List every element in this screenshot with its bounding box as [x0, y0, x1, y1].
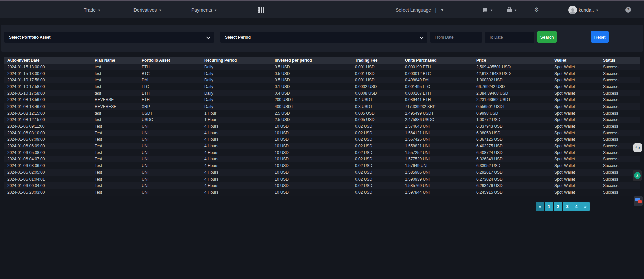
table-cell: 2024-01-06 07:09:00: [4, 137, 92, 142]
table-cell: 1.577529 UNI: [402, 157, 473, 161]
table-cell: Success: [600, 183, 640, 188]
to-date-field: [485, 32, 534, 43]
table-cell: 0.001495 LTC: [402, 84, 473, 89]
table-cell: Test: [92, 124, 139, 129]
nav-item-label: Trade: [84, 7, 96, 13]
nav-item-derivatives[interactable]: Derivatives ▼: [133, 1, 162, 18]
nav-item-trade[interactable]: Trade ▼: [84, 1, 101, 18]
table-cell: Test: [92, 163, 139, 168]
table-cell: 0.5 USD: [272, 78, 352, 82]
table-cell: 10 USD: [272, 183, 352, 188]
table-cell: test: [92, 71, 139, 76]
table-cell: Spot Wallet: [551, 170, 600, 175]
table-cell: ETH: [139, 91, 201, 96]
table-cell: 10 USD: [272, 157, 352, 161]
table-cell: 4 Hours: [201, 190, 272, 195]
auto-invest-history-page: Trade ▼ Derivatives ▼ Payments ▼ Select …: [0, 0, 644, 279]
table-cell: Test: [92, 144, 139, 148]
table-cell: Success: [600, 124, 640, 129]
account-menu[interactable]: kunda.. ▼: [568, 1, 599, 18]
pagination-prev-button[interactable]: «: [536, 202, 544, 211]
table-cell: test: [92, 111, 139, 116]
table-cell: UNI: [139, 144, 201, 148]
chatgpt-icon[interactable]: ✳: [633, 170, 642, 181]
pagination-next-button[interactable]: »: [581, 202, 590, 211]
book-menu[interactable]: ▼: [482, 1, 493, 18]
table-cell: 4 Hours: [201, 157, 272, 161]
column-header: Portfolio Asset: [139, 58, 201, 63]
table-cell: 717.339232 XRP: [402, 104, 473, 109]
table-cell: UNI: [139, 177, 201, 182]
table-cell: Spot Wallet: [551, 97, 600, 102]
from-date-input[interactable]: [430, 32, 482, 43]
table-cell: 0.005 USD: [352, 111, 402, 116]
pagination-page-3[interactable]: 3: [563, 202, 572, 211]
table-cell: 2024-01-10 17:58:00: [4, 84, 92, 89]
table-cell: 6.326349 USD: [473, 157, 551, 161]
table-row: 2024-01-08 12:15:00testUSDC1 Hour2.5 USD…: [4, 117, 640, 123]
table-cell: 2024-01-15 13:00:00: [4, 65, 92, 69]
table-cell: 4 Hours: [201, 170, 272, 175]
table-cell: Daily: [201, 71, 272, 76]
table-body: 2024-01-15 13:00:00testETHDaily0.5 USD0.…: [4, 64, 640, 196]
search-button[interactable]: Search: [537, 31, 557, 43]
table-cell: 6.293476 USD: [473, 183, 551, 188]
table-cell: 6.245915 USD: [473, 190, 551, 195]
table-cell: Success: [600, 131, 640, 135]
table-row: 2024-01-10 17:58:00testDAIDaily0.5 USD0.…: [4, 77, 640, 83]
help-button[interactable]: ?: [625, 1, 631, 18]
table-cell: Spot Wallet: [551, 71, 600, 76]
table-cell: 2024-01-08 13:56:00: [4, 97, 92, 102]
nav-item-label: Payments: [191, 7, 212, 13]
table-cell: 0.9998 USD: [473, 111, 551, 116]
table-cell: Daily: [201, 84, 272, 89]
table-cell: 0.02 USD: [352, 190, 402, 195]
table-cell: UNI: [139, 150, 201, 155]
table-cell: UNI: [139, 183, 201, 188]
column-header: Trading Fee: [352, 58, 402, 63]
column-header: Invested per period: [272, 58, 352, 63]
table-cell: 0.005 USD: [352, 117, 402, 122]
table-cell: 10 USD: [272, 144, 352, 148]
column-header: Status: [600, 58, 640, 63]
orders-bag-menu[interactable]: ▼: [506, 1, 517, 18]
table-cell: Daily: [201, 104, 272, 109]
share-icon[interactable]: ↪: [633, 143, 642, 152]
nav-item-payments[interactable]: Payments ▼: [191, 1, 217, 18]
table-cell: 6.402275 USD: [473, 144, 551, 148]
table-row: 2024-01-06 06:09:00TestUNI4 Hours10 USD0…: [4, 143, 640, 149]
table-cell: 2,231.63662 USDT: [473, 97, 551, 102]
pagination-page-2[interactable]: 2: [554, 202, 562, 211]
table-cell: 0.02 USD: [352, 157, 402, 161]
table-cell: 1.558821 UNI: [402, 144, 473, 148]
to-date-input[interactable]: [485, 32, 534, 43]
table-cell: 6.33052 USD: [473, 163, 551, 168]
settings-button[interactable]: ⚙: [534, 1, 539, 18]
table-cell: 10 USD: [272, 150, 352, 155]
chevron-down-icon: ▼: [214, 9, 217, 12]
table-cell: 2024-01-06 02:05:00: [4, 170, 92, 175]
table-cell: Success: [600, 97, 640, 102]
language-selector[interactable]: Select Language | ▼: [396, 1, 444, 18]
apps-grid-icon[interactable]: [258, 7, 265, 13]
portfolio-asset-select[interactable]: Select Portfolio Asset: [4, 32, 214, 43]
chevron-down-icon: ▼: [159, 9, 162, 12]
reset-button[interactable]: Reset: [591, 31, 609, 43]
table-cell: 6.38058 USD: [473, 131, 551, 135]
pagination-page-4[interactable]: 4: [572, 202, 581, 211]
chevron-down-icon: ▼: [98, 9, 101, 12]
history-table: Auto-Invest DatePlan NamePortfolio Asset…: [4, 57, 640, 196]
table-row: 2024-01-06 00:04:00TestUNI4 Hours10 USD0…: [4, 182, 640, 189]
table-cell: 2024-01-06 05:08:00: [4, 150, 92, 155]
table-cell: 6.337943 USD: [473, 124, 551, 129]
chatgpt-logo: ✳: [634, 172, 641, 179]
chat-bubbles-icon[interactable]: [634, 196, 643, 206]
table-row: 2024-01-06 08:10:00TestUNI4 Hours10 USD0…: [4, 130, 640, 136]
from-date-field: [430, 32, 482, 43]
table-cell: Success: [600, 65, 640, 69]
period-select[interactable]: Select Period: [220, 32, 427, 43]
pagination-page-1[interactable]: 1: [545, 202, 553, 211]
table-cell: Success: [600, 91, 640, 96]
table-cell: REVERESE: [92, 104, 139, 109]
table-cell: Spot Wallet: [551, 104, 600, 109]
